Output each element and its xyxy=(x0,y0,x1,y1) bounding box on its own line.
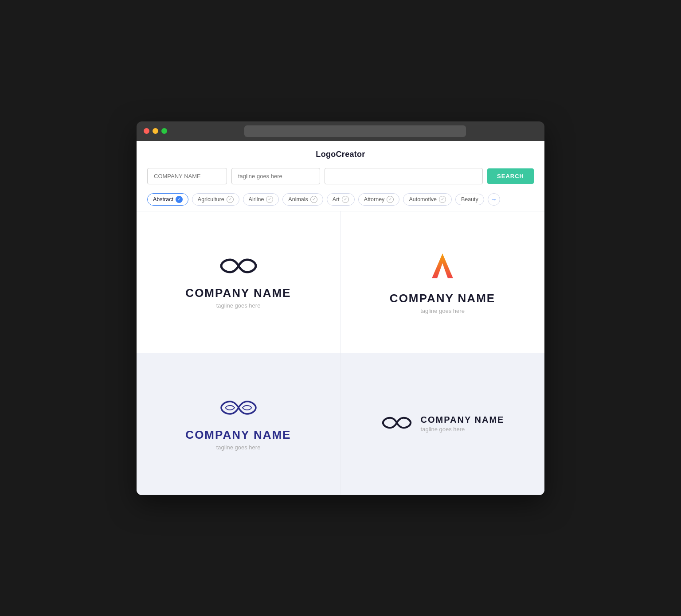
logo-horizontal-layout: COMPANY NAME tagline goes here xyxy=(381,414,505,433)
extra-search-input[interactable] xyxy=(325,168,483,184)
logo-tagline-2: tagline goes here xyxy=(420,308,465,314)
minimize-button[interactable] xyxy=(153,128,158,134)
maximize-button[interactable] xyxy=(161,128,167,134)
filter-label-beauty: Beauty xyxy=(461,196,478,203)
filter-label-attorney: Attorney xyxy=(364,196,385,203)
filter-label-airline: Airline xyxy=(249,196,264,203)
logo-tagline-1: tagline goes here xyxy=(216,302,261,309)
filter-label-animals: Animals xyxy=(288,196,308,203)
filter-chip-beauty[interactable]: Beauty xyxy=(455,194,484,205)
check-icon-abstract: ✓ xyxy=(176,196,183,203)
check-icon-airline: ✓ xyxy=(266,196,273,203)
filter-bar: Abstract ✓ Agriculture ✓ Airline ✓ Anima… xyxy=(137,191,544,211)
filter-chip-animals[interactable]: Animals ✓ xyxy=(282,193,323,206)
logo-card-3[interactable]: COMPANY NAME tagline goes here xyxy=(137,353,340,495)
app-title: LogoCreator xyxy=(316,150,365,159)
browser-window: LogoCreator SEARCH Abstract ✓ Agricultur… xyxy=(137,121,544,495)
logo-tagline-4: tagline goes here xyxy=(421,426,505,433)
filter-chip-art[interactable]: Art ✓ xyxy=(327,193,355,206)
address-bar[interactable] xyxy=(244,125,466,137)
logo-card-2[interactable]: COMPANY NAME tagline goes here xyxy=(340,211,544,353)
check-icon-art: ✓ xyxy=(342,196,349,203)
filter-chip-automotive[interactable]: Automotive ✓ xyxy=(403,193,452,206)
logo-grid: COMPANY NAME tagline goes here xyxy=(137,211,544,495)
logo-company-name-1: COMPANY NAME xyxy=(185,286,291,300)
search-bar: SEARCH xyxy=(137,164,544,191)
filter-next-arrow[interactable]: → xyxy=(488,193,500,206)
filter-chip-abstract[interactable]: Abstract ✓ xyxy=(147,193,188,206)
check-icon-animals: ✓ xyxy=(310,196,317,203)
logo-company-name-2: COMPANY NAME xyxy=(390,292,495,305)
app-header: LogoCreator xyxy=(137,141,544,164)
filter-label-agriculture: Agriculture xyxy=(198,196,224,203)
app-body: LogoCreator SEARCH Abstract ✓ Agricultur… xyxy=(137,141,544,495)
check-icon-automotive: ✓ xyxy=(439,196,446,203)
traffic-lights xyxy=(144,128,167,134)
logo-tagline-3: tagline goes here xyxy=(216,444,261,451)
logo-symbol-4 xyxy=(381,414,413,433)
filter-label-automotive: Automotive xyxy=(409,196,437,203)
logo-card-1[interactable]: COMPANY NAME tagline goes here xyxy=(137,211,340,353)
close-button[interactable] xyxy=(144,128,149,134)
filter-chip-attorney[interactable]: Attorney ✓ xyxy=(358,193,400,206)
logo-symbol-3 xyxy=(219,397,258,420)
browser-chrome xyxy=(137,121,544,141)
filter-label-art: Art xyxy=(333,196,340,203)
search-button[interactable]: SEARCH xyxy=(487,168,534,184)
logo-card-4[interactable]: COMPANY NAME tagline goes here xyxy=(340,353,544,495)
check-icon-agriculture: ✓ xyxy=(227,196,234,203)
company-name-input[interactable] xyxy=(147,168,227,184)
filter-label-abstract: Abstract xyxy=(153,196,173,203)
filter-chip-airline[interactable]: Airline ✓ xyxy=(243,193,279,206)
logo-symbol-2 xyxy=(427,250,458,284)
logo-company-name-3: COMPANY NAME xyxy=(185,428,291,442)
logo-company-name-4: COMPANY NAME xyxy=(421,415,505,425)
logo-symbol-1 xyxy=(219,255,258,278)
tagline-input[interactable] xyxy=(231,168,320,184)
logo-text-group-4: COMPANY NAME tagline goes here xyxy=(421,415,505,433)
filter-chip-agriculture[interactable]: Agriculture ✓ xyxy=(192,193,239,206)
check-icon-attorney: ✓ xyxy=(387,196,394,203)
